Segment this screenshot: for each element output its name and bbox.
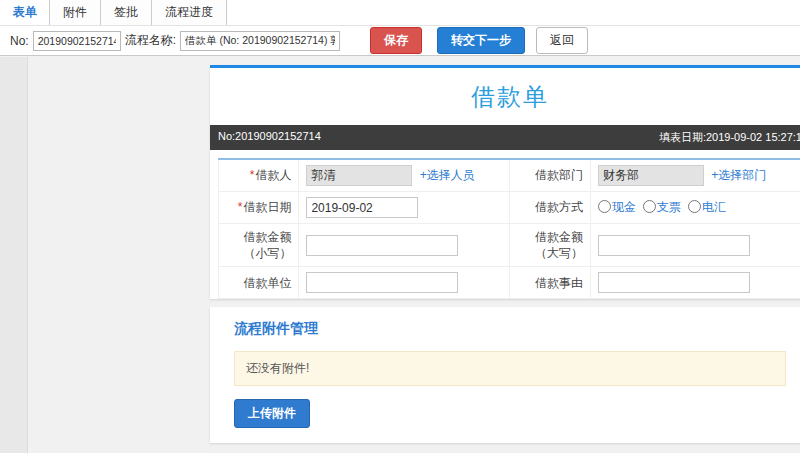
- table-row: 借款单位 借款事由: [219, 267, 800, 299]
- borrower-input[interactable]: [306, 165, 412, 186]
- amount-lower-input[interactable]: [306, 235, 458, 256]
- unit-label-cell: 借款单位: [219, 267, 299, 299]
- unit-label: 借款单位: [243, 276, 291, 290]
- table-row: *借款人 +选择人员 借款部门 +选择部门: [219, 159, 800, 192]
- date-label: 借款日期: [243, 200, 291, 214]
- no-label: No:: [10, 34, 29, 48]
- upload-attachment-button[interactable]: 上传附件: [234, 399, 310, 428]
- attachment-heading: 流程附件管理: [234, 320, 786, 338]
- tab-attachments[interactable]: 附件: [49, 0, 101, 25]
- amount-upper-value-cell: [590, 224, 800, 267]
- date-label-cell: *借款日期: [219, 192, 299, 224]
- unit-value-cell: [299, 267, 510, 299]
- main-content: 借款单 No:20190902152714 填表日期:2019-09-02 15…: [210, 57, 800, 453]
- next-step-button[interactable]: 转交下一步: [437, 27, 525, 54]
- save-button[interactable]: 保存: [370, 27, 422, 54]
- loan-form-card: 借款单 No:20190902152714 填表日期:2019-09-02 15…: [210, 65, 800, 299]
- amount-lower-label: 借款金额（小写）: [243, 230, 291, 260]
- process-name-label: 流程名称:: [125, 32, 176, 49]
- dept-label: 借款部门: [535, 168, 583, 182]
- pay-method-wire[interactable]: 电汇: [688, 200, 726, 214]
- loan-form-table: *借款人 +选择人员 借款部门 +选择部门 *借款日期 借款方式 现金支: [218, 158, 800, 299]
- page-title: 借款单: [210, 68, 800, 125]
- reason-value-cell: [590, 267, 800, 299]
- dept-value-cell: +选择部门: [590, 159, 800, 192]
- form-no: No:20190902152714: [218, 130, 321, 145]
- borrower-label-cell: *借款人: [219, 159, 299, 192]
- dept-input[interactable]: [598, 165, 704, 186]
- action-toolbar: No: 流程名称: 保存 转交下一步 返回: [0, 26, 800, 56]
- attachment-empty-notice: 还没有附件!: [234, 351, 786, 386]
- cash-radio-label: 现金: [612, 200, 636, 214]
- table-row: *借款日期 借款方式 现金支票电汇: [219, 192, 800, 224]
- tab-progress[interactable]: 流程进度: [151, 0, 227, 25]
- cheque-radio[interactable]: [643, 200, 656, 213]
- form-date: 填表日期:2019-09-02 15:27:1: [659, 130, 800, 145]
- wire-radio-label: 电汇: [702, 200, 726, 214]
- amount-lower-label-cell: 借款金额（小写）: [219, 224, 299, 267]
- pay-method-cheque[interactable]: 支票: [643, 200, 681, 214]
- required-mark: *: [250, 168, 255, 182]
- amount-upper-label-cell: 借款金额（大写）: [510, 224, 590, 267]
- table-row: 借款金额（小写） 借款金额（大写）: [219, 224, 800, 267]
- reason-label-cell: 借款事由: [510, 267, 590, 299]
- amount-upper-input[interactable]: [598, 235, 750, 256]
- unit-input[interactable]: [306, 272, 458, 293]
- reason-input[interactable]: [598, 272, 750, 293]
- cheque-radio-label: 支票: [657, 200, 681, 214]
- tab-form[interactable]: 表单: [0, 0, 50, 25]
- tab-approval[interactable]: 签批: [100, 0, 152, 25]
- select-dept-link[interactable]: +选择部门: [711, 168, 766, 182]
- borrower-label: 借款人: [255, 168, 291, 182]
- dept-label-cell: 借款部门: [510, 159, 590, 192]
- back-button[interactable]: 返回: [536, 27, 588, 54]
- top-tab-bar: 表单 附件 签批 流程进度: [0, 0, 800, 26]
- method-label: 借款方式: [535, 200, 583, 214]
- required-mark: *: [238, 200, 243, 214]
- borrow-date-input[interactable]: [306, 197, 418, 218]
- wire-radio[interactable]: [688, 200, 701, 213]
- date-value-cell: [299, 192, 510, 224]
- borrower-value-cell: +选择人员: [299, 159, 510, 192]
- cash-radio[interactable]: [598, 200, 611, 213]
- method-value-cell: 现金支票电汇: [590, 192, 800, 224]
- amount-lower-value-cell: [299, 224, 510, 267]
- process-name-input[interactable]: [180, 31, 340, 51]
- pay-method-cash[interactable]: 现金: [598, 200, 636, 214]
- no-input[interactable]: [33, 31, 121, 51]
- attachment-card: 流程附件管理 还没有附件! 上传附件: [210, 307, 800, 443]
- select-person-link[interactable]: +选择人员: [420, 168, 475, 182]
- left-side-strip: [0, 57, 28, 453]
- reason-label: 借款事由: [535, 276, 583, 290]
- form-meta-bar: No:20190902152714 填表日期:2019-09-02 15:27:…: [210, 125, 800, 150]
- method-label-cell: 借款方式: [510, 192, 590, 224]
- amount-upper-label: 借款金额（大写）: [535, 230, 583, 260]
